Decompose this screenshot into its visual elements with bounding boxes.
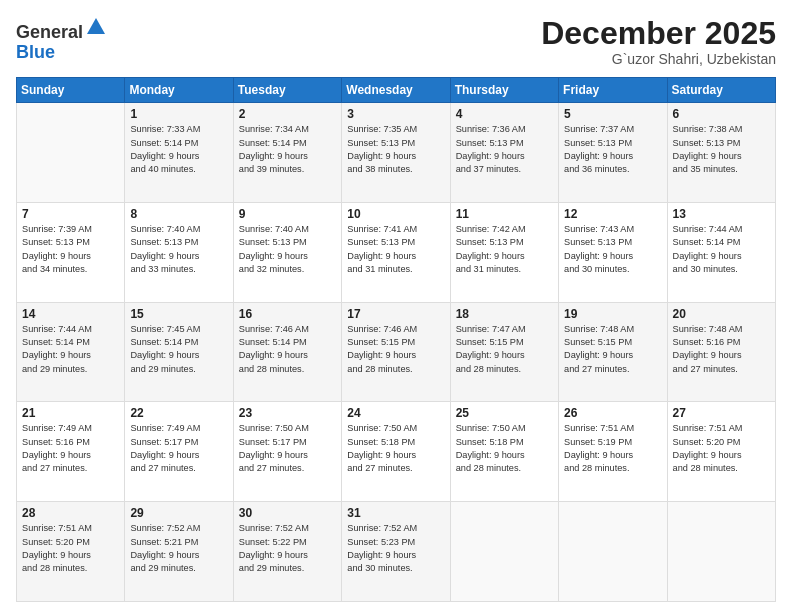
day-number: 27 [673, 406, 770, 420]
table-row: 14Sunrise: 7:44 AMSunset: 5:14 PMDayligh… [17, 302, 125, 402]
table-row: 11Sunrise: 7:42 AMSunset: 5:13 PMDayligh… [450, 202, 558, 302]
location-text: G`uzor Shahri, Uzbekistan [541, 51, 776, 67]
table-row: 15Sunrise: 7:45 AMSunset: 5:14 PMDayligh… [125, 302, 233, 402]
page-container: General Blue December 2025 G`uzor Shahri… [0, 0, 792, 612]
day-info: Sunrise: 7:39 AMSunset: 5:13 PMDaylight:… [22, 223, 119, 276]
title-block: December 2025 G`uzor Shahri, Uzbekistan [541, 16, 776, 67]
col-friday: Friday [559, 78, 667, 103]
logo-general-text: General [16, 22, 83, 42]
table-row: 13Sunrise: 7:44 AMSunset: 5:14 PMDayligh… [667, 202, 775, 302]
col-saturday: Saturday [667, 78, 775, 103]
table-row: 3Sunrise: 7:35 AMSunset: 5:13 PMDaylight… [342, 103, 450, 203]
day-info: Sunrise: 7:50 AMSunset: 5:18 PMDaylight:… [456, 422, 553, 475]
day-info: Sunrise: 7:40 AMSunset: 5:13 PMDaylight:… [239, 223, 336, 276]
day-info: Sunrise: 7:38 AMSunset: 5:13 PMDaylight:… [673, 123, 770, 176]
day-number: 9 [239, 207, 336, 221]
day-info: Sunrise: 7:52 AMSunset: 5:22 PMDaylight:… [239, 522, 336, 575]
day-info: Sunrise: 7:37 AMSunset: 5:13 PMDaylight:… [564, 123, 661, 176]
day-info: Sunrise: 7:49 AMSunset: 5:17 PMDaylight:… [130, 422, 227, 475]
day-number: 12 [564, 207, 661, 221]
table-row [559, 502, 667, 602]
day-info: Sunrise: 7:42 AMSunset: 5:13 PMDaylight:… [456, 223, 553, 276]
day-info: Sunrise: 7:50 AMSunset: 5:17 PMDaylight:… [239, 422, 336, 475]
page-header: General Blue December 2025 G`uzor Shahri… [16, 16, 776, 67]
table-row: 20Sunrise: 7:48 AMSunset: 5:16 PMDayligh… [667, 302, 775, 402]
table-row: 9Sunrise: 7:40 AMSunset: 5:13 PMDaylight… [233, 202, 341, 302]
table-row: 4Sunrise: 7:36 AMSunset: 5:13 PMDaylight… [450, 103, 558, 203]
day-number: 19 [564, 307, 661, 321]
table-row: 22Sunrise: 7:49 AMSunset: 5:17 PMDayligh… [125, 402, 233, 502]
day-number: 2 [239, 107, 336, 121]
col-monday: Monday [125, 78, 233, 103]
day-number: 24 [347, 406, 444, 420]
table-row: 24Sunrise: 7:50 AMSunset: 5:18 PMDayligh… [342, 402, 450, 502]
day-number: 15 [130, 307, 227, 321]
table-row: 16Sunrise: 7:46 AMSunset: 5:14 PMDayligh… [233, 302, 341, 402]
day-info: Sunrise: 7:51 AMSunset: 5:20 PMDaylight:… [22, 522, 119, 575]
col-thursday: Thursday [450, 78, 558, 103]
table-row: 10Sunrise: 7:41 AMSunset: 5:13 PMDayligh… [342, 202, 450, 302]
day-info: Sunrise: 7:44 AMSunset: 5:14 PMDaylight:… [673, 223, 770, 276]
table-row [450, 502, 558, 602]
day-info: Sunrise: 7:48 AMSunset: 5:16 PMDaylight:… [673, 323, 770, 376]
day-number: 21 [22, 406, 119, 420]
day-number: 14 [22, 307, 119, 321]
table-row: 17Sunrise: 7:46 AMSunset: 5:15 PMDayligh… [342, 302, 450, 402]
table-row: 12Sunrise: 7:43 AMSunset: 5:13 PMDayligh… [559, 202, 667, 302]
day-number: 17 [347, 307, 444, 321]
day-info: Sunrise: 7:45 AMSunset: 5:14 PMDaylight:… [130, 323, 227, 376]
day-number: 31 [347, 506, 444, 520]
calendar-table: Sunday Monday Tuesday Wednesday Thursday… [16, 77, 776, 602]
day-number: 30 [239, 506, 336, 520]
day-number: 28 [22, 506, 119, 520]
day-number: 29 [130, 506, 227, 520]
calendar-week-row: 7Sunrise: 7:39 AMSunset: 5:13 PMDaylight… [17, 202, 776, 302]
calendar-header-row: Sunday Monday Tuesday Wednesday Thursday… [17, 78, 776, 103]
day-info: Sunrise: 7:41 AMSunset: 5:13 PMDaylight:… [347, 223, 444, 276]
day-number: 16 [239, 307, 336, 321]
day-number: 20 [673, 307, 770, 321]
day-info: Sunrise: 7:51 AMSunset: 5:20 PMDaylight:… [673, 422, 770, 475]
calendar-week-row: 28Sunrise: 7:51 AMSunset: 5:20 PMDayligh… [17, 502, 776, 602]
table-row: 26Sunrise: 7:51 AMSunset: 5:19 PMDayligh… [559, 402, 667, 502]
day-number: 1 [130, 107, 227, 121]
calendar-week-row: 21Sunrise: 7:49 AMSunset: 5:16 PMDayligh… [17, 402, 776, 502]
day-number: 23 [239, 406, 336, 420]
table-row [17, 103, 125, 203]
table-row: 21Sunrise: 7:49 AMSunset: 5:16 PMDayligh… [17, 402, 125, 502]
table-row: 1Sunrise: 7:33 AMSunset: 5:14 PMDaylight… [125, 103, 233, 203]
day-info: Sunrise: 7:52 AMSunset: 5:21 PMDaylight:… [130, 522, 227, 575]
table-row: 23Sunrise: 7:50 AMSunset: 5:17 PMDayligh… [233, 402, 341, 502]
table-row: 27Sunrise: 7:51 AMSunset: 5:20 PMDayligh… [667, 402, 775, 502]
table-row: 18Sunrise: 7:47 AMSunset: 5:15 PMDayligh… [450, 302, 558, 402]
day-info: Sunrise: 7:36 AMSunset: 5:13 PMDaylight:… [456, 123, 553, 176]
day-info: Sunrise: 7:47 AMSunset: 5:15 PMDaylight:… [456, 323, 553, 376]
calendar-week-row: 14Sunrise: 7:44 AMSunset: 5:14 PMDayligh… [17, 302, 776, 402]
day-info: Sunrise: 7:48 AMSunset: 5:15 PMDaylight:… [564, 323, 661, 376]
day-number: 6 [673, 107, 770, 121]
col-wednesday: Wednesday [342, 78, 450, 103]
day-number: 5 [564, 107, 661, 121]
day-info: Sunrise: 7:40 AMSunset: 5:13 PMDaylight:… [130, 223, 227, 276]
day-number: 3 [347, 107, 444, 121]
day-info: Sunrise: 7:52 AMSunset: 5:23 PMDaylight:… [347, 522, 444, 575]
day-info: Sunrise: 7:44 AMSunset: 5:14 PMDaylight:… [22, 323, 119, 376]
day-info: Sunrise: 7:49 AMSunset: 5:16 PMDaylight:… [22, 422, 119, 475]
month-title: December 2025 [541, 16, 776, 51]
table-row: 8Sunrise: 7:40 AMSunset: 5:13 PMDaylight… [125, 202, 233, 302]
day-info: Sunrise: 7:34 AMSunset: 5:14 PMDaylight:… [239, 123, 336, 176]
table-row: 25Sunrise: 7:50 AMSunset: 5:18 PMDayligh… [450, 402, 558, 502]
day-number: 13 [673, 207, 770, 221]
day-info: Sunrise: 7:50 AMSunset: 5:18 PMDaylight:… [347, 422, 444, 475]
day-info: Sunrise: 7:46 AMSunset: 5:15 PMDaylight:… [347, 323, 444, 376]
logo-icon [85, 16, 107, 38]
day-info: Sunrise: 7:35 AMSunset: 5:13 PMDaylight:… [347, 123, 444, 176]
day-number: 8 [130, 207, 227, 221]
day-number: 4 [456, 107, 553, 121]
day-info: Sunrise: 7:33 AMSunset: 5:14 PMDaylight:… [130, 123, 227, 176]
logo-blue-text: Blue [16, 42, 55, 62]
table-row: 28Sunrise: 7:51 AMSunset: 5:20 PMDayligh… [17, 502, 125, 602]
day-info: Sunrise: 7:46 AMSunset: 5:14 PMDaylight:… [239, 323, 336, 376]
day-info: Sunrise: 7:43 AMSunset: 5:13 PMDaylight:… [564, 223, 661, 276]
table-row: 31Sunrise: 7:52 AMSunset: 5:23 PMDayligh… [342, 502, 450, 602]
